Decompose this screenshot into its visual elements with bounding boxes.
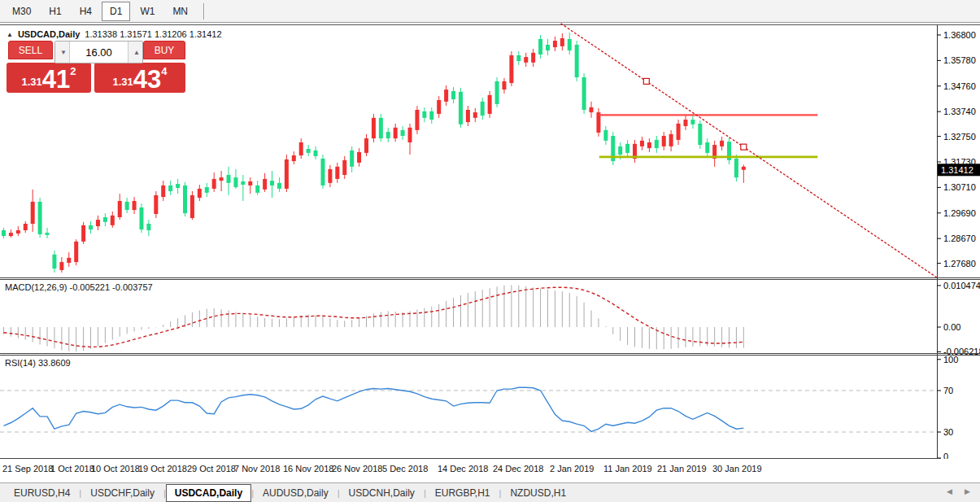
rsi-label: RSI(14) 33.8609 bbox=[5, 358, 71, 368]
buy-button[interactable]: BUY bbox=[143, 41, 185, 59]
chart-symbol-label: USDCAD,Daily bbox=[18, 29, 80, 39]
chart-tab-audusd[interactable]: AUDUSD,Daily bbox=[254, 484, 338, 502]
date-axis-label: 11 Jan 2019 bbox=[603, 464, 652, 474]
rsi-axis-label: 0 bbox=[943, 452, 948, 459]
tab-scroll-left-icon[interactable]: ◀ bbox=[947, 487, 952, 495]
sell-price-prefix: 1.31 bbox=[21, 76, 41, 88]
price-axis-label: 1.32750 bbox=[943, 132, 976, 142]
timeframe-tab-mn[interactable]: MN bbox=[164, 2, 196, 21]
date-axis-label: 2 Jan 2019 bbox=[550, 464, 594, 474]
buy-price-sup: 4 bbox=[161, 65, 167, 77]
chart-tab-usdchf[interactable]: USDCHF,Daily bbox=[81, 484, 163, 502]
date-axis-label: 16 Nov 2018 bbox=[283, 464, 333, 474]
buy-price-big: 43 bbox=[133, 68, 161, 91]
trendline-anchor-marker bbox=[741, 144, 747, 150]
date-axis-label: 21 Jan 2019 bbox=[657, 464, 707, 474]
price-axis-label: 1.33740 bbox=[943, 107, 976, 116]
chart-tab-usdcnh[interactable]: USDCNH,Daily bbox=[340, 484, 424, 502]
trendline bbox=[561, 24, 937, 277]
collapse-panel-icon[interactable]: ▲ bbox=[7, 31, 13, 38]
rsi-axis-label: 70 bbox=[943, 386, 953, 395]
price-axis-label: 1.30710 bbox=[943, 182, 976, 192]
volume-decrease-button[interactable]: ▼ bbox=[55, 41, 70, 63]
date-axis-label: 19 Oct 2018 bbox=[138, 464, 187, 474]
timeframe-toolbar: M30H1H4D1W1MN bbox=[0, 0, 980, 23]
chart-header: ▲ USDCAD,Daily 1.31338 1.31571 1.31206 1… bbox=[7, 29, 222, 39]
date-axis-label: 24 Dec 2018 bbox=[493, 464, 543, 474]
trading-terminal-window: { "toolbar": {"timeframes": ["M30","H1",… bbox=[0, 0, 980, 502]
price-axis-label: 1.36800 bbox=[943, 30, 976, 40]
rsi-line bbox=[4, 387, 744, 431]
macd-histogram bbox=[4, 285, 744, 351]
date-axis-label: 21 Sep 2018 bbox=[2, 464, 53, 474]
volume-increase-button[interactable]: ▲ bbox=[128, 41, 142, 63]
trendline-anchor-marker bbox=[643, 78, 649, 84]
sell-price-box[interactable]: 1.31 41 2 bbox=[7, 63, 91, 93]
rsi-axis-label: 100 bbox=[943, 356, 958, 364]
chart-tab-bar: EURUSD,H4|USDCHF,Daily|USDCAD,Daily|AUDU… bbox=[0, 482, 980, 502]
price-axis-label: 1.34760 bbox=[943, 81, 976, 91]
macd-axis-label: 0.010474 bbox=[943, 281, 980, 290]
date-axis-label: 10 Oct 2018 bbox=[91, 464, 140, 474]
rsi-indicator-pane[interactable]: 10070300 bbox=[0, 356, 980, 459]
chart-ohlc-values: 1.31338 1.31571 1.31206 1.31412 bbox=[85, 29, 221, 39]
volume-stepper: ▼ ▲ bbox=[54, 41, 143, 63]
macd-label: MACD(12,26,9) -0.005221 -0.003757 bbox=[5, 282, 153, 292]
chart-tab-eurusd[interactable]: EURUSD,H4 bbox=[5, 484, 79, 502]
current-price-label: 1.31412 bbox=[941, 165, 973, 175]
price-axis-label: 1.28670 bbox=[943, 234, 976, 243]
toolbar-separator bbox=[203, 3, 205, 20]
date-axis-label: 7 Nov 2018 bbox=[234, 464, 280, 474]
timeframe-tab-h4[interactable]: H4 bbox=[72, 2, 100, 21]
timeframe-tab-m30[interactable]: M30 bbox=[4, 2, 39, 21]
timeframe-tab-h1[interactable]: H1 bbox=[41, 2, 69, 21]
date-axis: 21 Sep 20181 Oct 201810 Oct 201819 Oct 2… bbox=[0, 459, 980, 482]
buy-price-prefix: 1.31 bbox=[112, 76, 133, 88]
sell-price-sup: 2 bbox=[70, 65, 76, 77]
timeframe-tab-d1[interactable]: D1 bbox=[102, 2, 130, 21]
price-axis-label: 1.29690 bbox=[943, 208, 976, 218]
tab-scroll-right-icon[interactable]: ▶ bbox=[965, 487, 970, 495]
rsi-axis-label: 30 bbox=[943, 427, 953, 437]
chart-tab-nzdusd[interactable]: NZDUSD,H1 bbox=[501, 484, 575, 502]
date-axis-label: 1 Oct 2018 bbox=[50, 464, 94, 474]
buy-price-box[interactable]: 1.31 43 4 bbox=[94, 63, 185, 93]
one-click-trade-panel: SELL ▼ ▲ BUY 1.31 41 2 1.31 43 4 bbox=[7, 41, 187, 93]
macd-signal-line bbox=[4, 287, 744, 347]
date-axis-label: 14 Dec 2018 bbox=[438, 464, 488, 474]
timeframe-tab-w1[interactable]: W1 bbox=[132, 2, 163, 21]
sell-price-big: 41 bbox=[42, 68, 70, 91]
chart-tab-usdcad[interactable]: USDCAD,Daily bbox=[166, 484, 251, 502]
date-axis-label: 26 Nov 2018 bbox=[332, 464, 382, 474]
date-axis-label: 29 Oct 2018 bbox=[187, 464, 236, 474]
date-axis-label: 30 Jan 2019 bbox=[712, 464, 762, 474]
price-axis-label: 1.35780 bbox=[943, 55, 976, 65]
sell-button[interactable]: SELL bbox=[8, 41, 53, 59]
volume-input[interactable] bbox=[70, 41, 128, 63]
date-axis-label: 5 Dec 2018 bbox=[382, 464, 428, 474]
macd-axis-label: -0.006218 bbox=[943, 347, 980, 356]
macd-axis-label: 0.00 bbox=[943, 322, 960, 332]
chart-tab-eurgbp[interactable]: EURGBP,H1 bbox=[426, 484, 499, 502]
price-axis-label: 1.27680 bbox=[943, 259, 976, 268]
